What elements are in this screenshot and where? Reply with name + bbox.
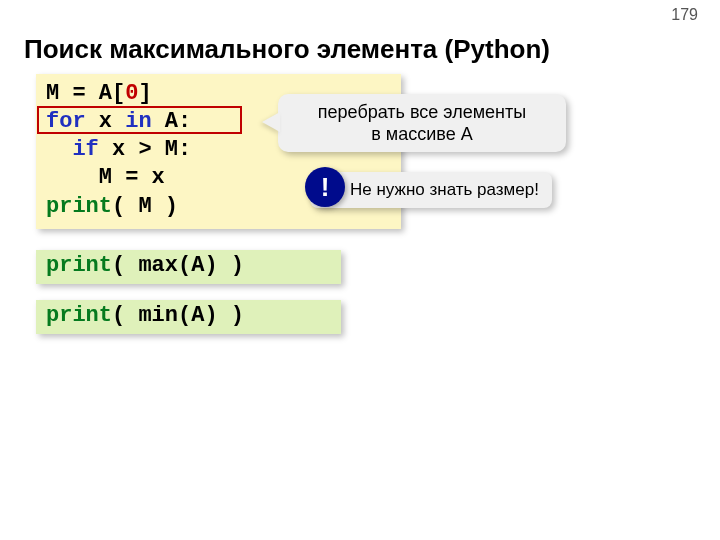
code-token: M = A[ xyxy=(46,81,125,106)
code-token: x > M: xyxy=(99,137,191,162)
callout-line: перебрать все элементы xyxy=(318,102,526,122)
code-token: print xyxy=(46,253,112,278)
code-token: ( max(A) ) xyxy=(112,253,244,278)
exclamation-icon: ! xyxy=(305,167,345,207)
code-token: 0 xyxy=(125,81,138,106)
callout-text: Не нужно знать размер! xyxy=(350,180,539,200)
code-token xyxy=(46,137,72,162)
code-token: A: xyxy=(152,109,192,134)
code-token: ( min(A) ) xyxy=(112,303,244,328)
code-token: ] xyxy=(138,81,151,106)
code-token: x xyxy=(86,109,126,134)
callout-line: в массиве A xyxy=(371,124,472,144)
code-token: M = x xyxy=(46,165,165,190)
code-token: print xyxy=(46,303,112,328)
code-token: ( M ) xyxy=(112,194,178,219)
code-token: in xyxy=(125,109,151,134)
code-block-max: print( max(A) ) xyxy=(36,250,341,284)
code-token: for xyxy=(46,109,86,134)
callout-no-size: Не нужно знать размер! xyxy=(310,172,552,208)
code-token: print xyxy=(46,194,112,219)
code-block-min: print( min(A) ) xyxy=(36,300,341,334)
page-title: Поиск максимального элемента (Python) xyxy=(24,34,550,65)
callout-iterate: перебрать все элементы в массиве A xyxy=(278,94,566,152)
page-number: 179 xyxy=(671,6,698,24)
code-token: if xyxy=(72,137,98,162)
